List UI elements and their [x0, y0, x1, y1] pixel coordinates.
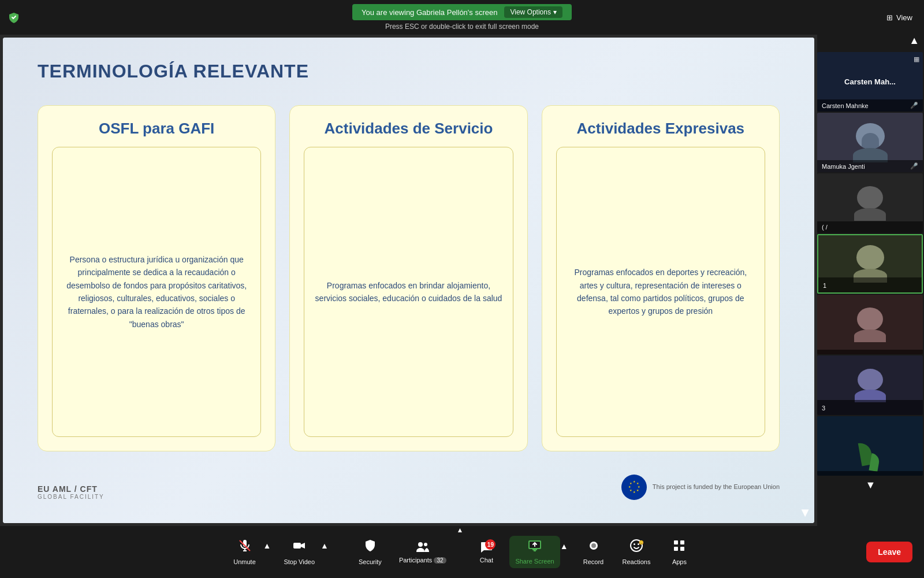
slide-content: TERMINOLOGÍA RELEVANTE OSFL para GAFI Pe… [3, 38, 814, 523]
chat-button[interactable]: 19 Chat [468, 537, 505, 567]
card-title-servicio: Actividades de Servicio [325, 120, 493, 138]
grid-layout-icon: ▦ [914, 55, 919, 63]
mamuka-mic-icon: 🎤 [910, 162, 918, 170]
carsten-label: Carsten Mahnke [822, 102, 869, 109]
unmute-button[interactable]: Unmute [226, 535, 263, 569]
eu-logo-sub: GLOBAL FACILITY [38, 494, 105, 500]
reactions-button[interactable]: 😊 Reactions [617, 535, 657, 569]
participants-icon-wrapper [415, 540, 430, 554]
apps-button[interactable]: Apps [661, 535, 698, 569]
stop-video-group: Stop Video ▲ [278, 535, 330, 569]
svg-rect-27 [680, 540, 684, 544]
participant-card-6: 3 [817, 355, 923, 415]
share-screen-arrow-button[interactable]: ▲ [558, 540, 571, 552]
view-button[interactable]: ⊞ View [886, 13, 912, 22]
chat-label: Chat [480, 557, 493, 564]
mamuka-video-silhouette [853, 123, 888, 162]
svg-point-23 [634, 543, 635, 545]
svg-point-14 [418, 542, 423, 547]
svg-rect-18 [532, 549, 537, 550]
share-screen-group: Share Screen ▲ [509, 536, 570, 568]
eu-logo-top: EU AML / CFT [38, 484, 105, 494]
term-card-expresivas: Actividades Expresivas Programas enfocad… [542, 105, 780, 451]
participant-sidebar: ▲ Carsten Mah... Carsten Mahnke 🎤 ▦ [817, 35, 924, 526]
svg-rect-26 [674, 540, 678, 544]
apps-svg [672, 539, 686, 553]
unmute-arrow-button[interactable]: ▲ [261, 540, 274, 551]
security-icon [363, 539, 377, 556]
sidebar-scroll-up-button[interactable]: ▲ [909, 35, 919, 47]
bottom-toolbar: Unmute ▲ Stop Video ▲ Security [0, 526, 924, 578]
participants-label-group: Participants 32 [399, 557, 446, 564]
unmute-label: Unmute [233, 558, 256, 565]
eu-funded-section: ★ ★ ★ ★ ★ ★ ★ ★ This project is funded b… [621, 475, 780, 500]
participant6-video [855, 369, 886, 402]
card-body-text-servicio: Programas enfocados en brindar alojamien… [314, 279, 503, 305]
card-body-text-expresivas: Programas enfocados en deportes y recrea… [566, 266, 755, 318]
cards-row: OSFL para GAFI Persona o estructura jurí… [38, 105, 780, 451]
top-bar: You are viewing Gabriela Pellón's screen… [0, 0, 924, 35]
apps-label: Apps [672, 558, 687, 565]
mamuka-label: Mamuka Jgenti [822, 163, 865, 170]
share-screen-button[interactable]: Share Screen [509, 536, 560, 568]
eu-flag-icon: ★ ★ ★ ★ ★ ★ ★ ★ [621, 475, 647, 500]
participant6-label: 3 [822, 405, 825, 412]
participants-arrow-button[interactable]: ▲ [457, 526, 464, 534]
participant7-video [860, 442, 880, 471]
slide-footer: EU AML / CFT GLOBAL FACILITY ★ ★ ★ ★ [38, 475, 780, 500]
participants-icon [415, 540, 430, 554]
svg-rect-19 [534, 550, 536, 551]
term-card-servicio: Actividades de Servicio Programas enfoca… [289, 105, 527, 451]
participants-button[interactable]: Participants 32 [393, 537, 452, 567]
card-title-osfl: OSFL para GAFI [99, 120, 214, 138]
slide-area: ▲ TERMINOLOGÍA RELEVANTE OSFL para GAFI … [0, 35, 817, 526]
participant3-video [854, 186, 886, 221]
share-screen-svg [527, 539, 542, 552]
view-options-button[interactable]: View Options ▾ [504, 6, 562, 18]
escape-hint: Press ESC or double-click to exit full s… [385, 23, 539, 31]
viewing-text: You are viewing Gabriela Pellón's screen [362, 8, 497, 17]
stop-video-button[interactable]: Stop Video [278, 535, 321, 569]
record-svg [587, 539, 601, 553]
participant-card-mamuka: Mamuka Jgenti 🎤 [817, 113, 923, 172]
card-body-osfl: Persona o estructura jurídica u organiza… [52, 147, 261, 437]
svg-rect-28 [674, 547, 678, 551]
record-button[interactable]: Record [575, 535, 612, 569]
share-screen-icon [527, 539, 542, 555]
camera-icon [292, 539, 306, 556]
security-button[interactable]: Security [352, 535, 389, 569]
sidebar-scroll-down-button[interactable]: ▼ [866, 479, 876, 491]
reactions-icon: 😊 [629, 539, 643, 556]
record-label: Record [583, 558, 603, 565]
scroll-down-button[interactable]: ▼ [799, 505, 811, 520]
slide-title: TERMINOLOGÍA RELEVANTE [38, 61, 780, 82]
carsten-name-display: Carsten Mah... [844, 77, 896, 86]
microphone-muted-icon [238, 539, 252, 556]
participant-card-4: 1 [817, 234, 923, 294]
apps-icon [672, 539, 686, 556]
grid-view-icon: ⊞ [886, 13, 893, 22]
leave-button[interactable]: Leave [866, 542, 912, 562]
chat-badge: 19 [485, 539, 495, 550]
slide-container: TERMINOLOGÍA RELEVANTE OSFL para GAFI Pe… [3, 38, 814, 523]
svg-text:😊: 😊 [639, 540, 643, 545]
video-arrow-button[interactable]: ▲ [318, 540, 331, 551]
participant4-label: 1 [823, 282, 826, 289]
participant5-video [854, 307, 886, 342]
svg-rect-29 [680, 547, 684, 551]
record-icon [587, 539, 601, 556]
participant3-label: ( / [822, 224, 828, 231]
svg-point-21 [591, 543, 596, 548]
eu-funded-text: This project is funded by the European U… [653, 483, 780, 491]
participant-card-3: ( / [817, 173, 923, 233]
participants-count: 32 [434, 557, 446, 564]
svg-rect-13 [293, 543, 301, 549]
main-area: ▲ TERMINOLOGÍA RELEVANTE OSFL para GAFI … [0, 35, 924, 526]
participant-card-5 [817, 295, 923, 354]
participants-label: Participants [399, 557, 432, 564]
carsten-mic-off-icon: 🎤 [910, 102, 918, 109]
stop-video-label: Stop Video [284, 558, 315, 565]
card-body-text-osfl: Persona o estructura jurídica u organiza… [62, 253, 251, 331]
svg-point-15 [424, 543, 427, 546]
card-body-servicio: Programas enfocados en brindar alojamien… [304, 147, 513, 437]
